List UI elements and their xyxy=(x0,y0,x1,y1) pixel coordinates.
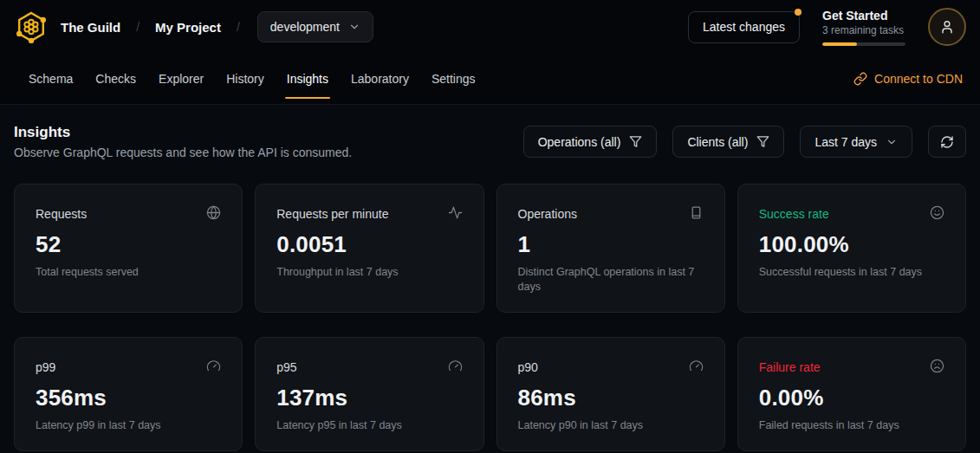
gauge-icon xyxy=(206,359,221,373)
card-title: Success rate xyxy=(759,207,829,221)
card-description: Throughput in last 7 days xyxy=(276,265,462,280)
connect-to-cdn-link[interactable]: Connect to CDN xyxy=(853,72,963,86)
frown-icon xyxy=(930,359,944,373)
environment-dropdown[interactable]: development xyxy=(257,11,373,42)
clients-filter-label: Clients (all) xyxy=(687,135,748,149)
user-avatar[interactable] xyxy=(928,8,966,46)
refresh-button[interactable] xyxy=(928,126,966,158)
breadcrumb-org[interactable]: The Guild xyxy=(57,20,124,35)
latest-changes-label: Latest changes xyxy=(703,20,785,34)
breadcrumb-separator: / xyxy=(233,20,243,34)
get-started-progress-fill xyxy=(822,42,857,46)
card-value: 86ms xyxy=(518,385,704,411)
period-dropdown[interactable]: Last 7 days xyxy=(800,126,912,158)
operations-filter-label: Operations (all) xyxy=(538,135,621,149)
activity-icon xyxy=(448,205,463,220)
gauge-icon xyxy=(448,359,463,373)
get-started-widget[interactable]: Get Started 3 remaining tasks xyxy=(822,9,905,46)
card-title: p99 xyxy=(36,360,55,374)
tab-laboratory[interactable]: Laboratory xyxy=(340,54,420,104)
card-value: 0.0051 xyxy=(276,231,462,258)
stat-card-p99: p99 356ms Latency p99 in last 7 days xyxy=(14,337,243,451)
filter-icon xyxy=(756,135,769,148)
card-value: 356ms xyxy=(36,385,221,411)
top-header: The Guild / My Project / development Lat… xyxy=(0,0,980,54)
clients-filter-button[interactable]: Clients (all) xyxy=(672,126,784,158)
page-title: Insights xyxy=(14,124,352,141)
stat-card-failure-rate: Failure rate 0.00% Failed requests in la… xyxy=(737,337,966,451)
tabs: Schema Checks Explorer History Insights … xyxy=(17,54,487,104)
user-icon xyxy=(938,18,956,36)
breadcrumb-separator: / xyxy=(133,20,143,34)
stat-card-requests: Requests 52 Total requests served xyxy=(14,184,243,313)
get-started-subtitle: 3 remaining tasks xyxy=(822,24,905,36)
insights-page: Insights Observe GraphQL requests and se… xyxy=(0,105,980,453)
card-value: 137ms xyxy=(276,385,462,411)
latest-changes-button[interactable]: Latest changes xyxy=(688,11,800,43)
stat-card-p90: p90 86ms Latency p90 in last 7 days xyxy=(496,337,725,451)
tab-explorer[interactable]: Explorer xyxy=(147,54,215,104)
book-icon xyxy=(689,205,704,220)
stat-card-requests-per-minute: Requests per minute 0.0051 Throughput in… xyxy=(255,184,484,313)
refresh-icon xyxy=(940,135,954,149)
connect-to-cdn-label: Connect to CDN xyxy=(874,72,963,86)
environment-label: development xyxy=(270,20,340,34)
insights-header: Insights Observe GraphQL requests and se… xyxy=(14,124,352,159)
stat-card-operations: Operations 1 Distinct GraphQL operations… xyxy=(496,184,725,313)
operations-filter-button[interactable]: Operations (all) xyxy=(523,126,658,158)
get-started-progressbar xyxy=(822,42,905,46)
stats-grid-row-1: Requests 52 Total requests served Reques… xyxy=(0,184,980,313)
chevron-down-icon xyxy=(348,21,360,33)
card-description: Distinct GraphQL operations in last 7 da… xyxy=(518,265,704,294)
card-description: Latency p99 in last 7 days xyxy=(36,418,221,433)
period-label: Last 7 days xyxy=(815,135,877,149)
card-value: 0.00% xyxy=(759,385,944,411)
card-value: 100.00% xyxy=(759,231,944,258)
hive-logo-icon[interactable] xyxy=(14,10,49,44)
tab-history[interactable]: History xyxy=(215,54,276,104)
breadcrumb-project[interactable]: My Project xyxy=(152,20,224,35)
tab-schema[interactable]: Schema xyxy=(17,54,84,104)
filter-icon xyxy=(629,135,642,148)
card-value: 52 xyxy=(36,231,221,258)
chevron-down-icon xyxy=(886,136,898,148)
card-description: Successful requests in last 7 days xyxy=(759,265,944,280)
get-started-title: Get Started xyxy=(822,9,905,23)
stats-grid-row-2: p99 356ms Latency p99 in last 7 days p95 xyxy=(0,337,980,451)
card-description: Failed requests in last 7 days xyxy=(759,418,944,433)
card-title: Requests xyxy=(36,207,87,221)
card-title: p95 xyxy=(276,360,296,374)
page-description: Observe GraphQL requests and see how the… xyxy=(14,146,352,159)
globe-icon xyxy=(206,205,221,220)
card-title: Failure rate xyxy=(759,360,821,374)
tab-checks[interactable]: Checks xyxy=(84,54,147,104)
card-description: Latency p95 in last 7 days xyxy=(276,418,462,433)
tab-settings[interactable]: Settings xyxy=(420,54,487,104)
stat-card-success-rate: Success rate 100.00% Successful requests… xyxy=(737,184,966,313)
card-title: Requests per minute xyxy=(276,207,388,221)
notification-dot xyxy=(795,9,802,16)
tab-insights[interactable]: Insights xyxy=(276,54,340,104)
link-icon xyxy=(853,72,867,86)
gauge-icon xyxy=(689,359,704,373)
filters-toolbar: Operations (all) Clients (all) Last 7 da… xyxy=(523,126,966,158)
card-title: p90 xyxy=(518,360,538,374)
smile-icon xyxy=(930,205,944,220)
card-value: 1 xyxy=(518,231,704,258)
project-tabbar: Schema Checks Explorer History Insights … xyxy=(0,54,980,105)
card-title: Operations xyxy=(518,207,577,221)
card-description: Latency p90 in last 7 days xyxy=(518,418,704,433)
card-description: Total requests served xyxy=(36,265,221,280)
stat-card-p95: p95 137ms Latency p95 in last 7 days xyxy=(255,337,484,451)
